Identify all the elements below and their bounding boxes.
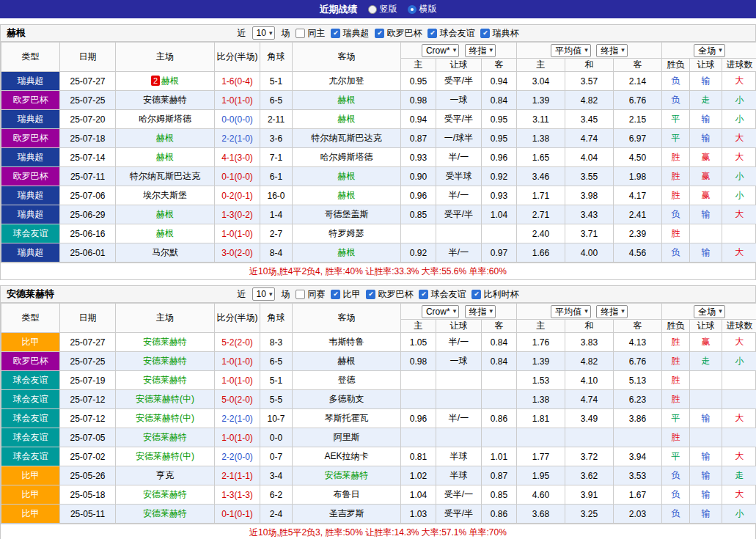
away-team[interactable]: 哈尔姆斯塔德 — [320, 152, 373, 162]
score-cell[interactable]: 1-0(1-0) — [215, 352, 260, 371]
score-cell[interactable]: 0-0(0-0) — [215, 110, 260, 129]
home-team[interactable]: 安德莱赫特 — [143, 489, 187, 499]
score-cell[interactable]: 5-0(2-0) — [215, 390, 260, 409]
score-cell[interactable]: 1-3(0-2) — [215, 205, 260, 224]
home-team[interactable]: 亨克 — [156, 470, 174, 480]
league-filter-checkbox[interactable]: 比利时杯 — [471, 288, 518, 301]
league-filter-checkbox[interactable]: 球会友谊 — [419, 288, 466, 301]
score-cell[interactable]: 0-1(0-0) — [215, 167, 260, 186]
odds-company-select[interactable]: Crow*▾ — [422, 44, 459, 57]
odds-home-cell: 0.93 — [401, 148, 436, 167]
home-team[interactable]: 赫根 — [156, 152, 174, 162]
same-filter-label: 同主 — [307, 27, 325, 40]
away-team[interactable]: 安德莱赫特 — [325, 470, 369, 480]
score-cell[interactable]: 2-2(1-0) — [215, 409, 260, 428]
score-cell[interactable]: 2-2(1-0) — [215, 129, 260, 148]
league-filter-checkbox[interactable]: 瑞典超 — [331, 27, 369, 40]
match-count-select[interactable]: 10▾ — [252, 26, 276, 40]
home-team[interactable]: 安德莱赫特 — [143, 432, 187, 442]
scope-select[interactable]: 全场▾ — [694, 44, 725, 57]
home-team[interactable]: 赫根 — [156, 209, 174, 219]
away-team[interactable]: 登德 — [338, 375, 356, 385]
away-team[interactable]: 布鲁日 — [334, 489, 360, 499]
corner-cell: 5-1 — [260, 72, 293, 91]
avg-away-cell: 3.53 — [614, 466, 662, 485]
home-team[interactable]: 安德莱赫特 — [143, 508, 187, 518]
avg-stage-select[interactable]: 终指▾ — [596, 44, 628, 57]
away-team[interactable]: 多德勒支 — [329, 394, 364, 404]
avg-home-cell — [517, 428, 565, 447]
goals-result-cell — [722, 390, 756, 409]
same-filter-checkbox[interactable]: 同赛 — [296, 288, 325, 301]
away-team[interactable]: 韦斯特鲁 — [329, 337, 364, 347]
layout-option-horizontal[interactable]: 横版 — [408, 3, 437, 15]
avg-stage-select[interactable]: 终指▾ — [596, 305, 628, 318]
match-row: 欧罗巴杯 25-07-25 安德莱赫特 1-0(1-0) 6-5 赫根 0.98… — [1, 91, 756, 110]
league-filter-checkbox[interactable]: 比甲 — [331, 288, 360, 301]
score-cell[interactable]: 1-0(1-0) — [215, 224, 260, 243]
avg-type-select[interactable]: 平均值▾ — [551, 305, 591, 318]
score-cell[interactable]: 5-2(2-0) — [215, 333, 260, 352]
home-team[interactable]: 埃尔夫斯堡 — [143, 190, 187, 200]
home-team[interactable]: 安德莱赫特(中) — [136, 451, 194, 461]
away-team[interactable]: 琴斯托霍瓦 — [325, 413, 369, 423]
score-cell[interactable]: 1-6(0-4) — [215, 72, 260, 91]
score-cell[interactable]: 1-0(1-0) — [215, 91, 260, 110]
league-filter-checkbox[interactable]: 欧罗巴杯 — [375, 27, 422, 40]
away-team[interactable]: AEK拉纳卡 — [324, 451, 368, 461]
odds-company-select[interactable]: Crow*▾ — [422, 305, 459, 318]
same-filter-checkbox[interactable]: 同主 — [296, 27, 325, 40]
home-team[interactable]: 赫根 — [156, 228, 174, 238]
away-team[interactable]: 赫根 — [338, 114, 356, 124]
home-cell: 安德莱赫特 — [116, 91, 215, 110]
score-cell[interactable]: 2-2(0-0) — [215, 447, 260, 466]
home-team[interactable]: 特尔纳瓦斯巴达克 — [130, 171, 200, 181]
filters: 近 10▾ 场 同主 瑞典超 欧罗巴杯 球会友谊 瑞典杯 — [238, 26, 519, 40]
odds-stage-select[interactable]: 终指▾ — [465, 44, 496, 57]
away-team[interactable]: 赫根 — [338, 171, 356, 181]
home-team[interactable]: 赫根 — [161, 76, 179, 86]
home-team[interactable]: 安德莱赫特 — [143, 375, 187, 385]
score-cell[interactable]: 1-0(1-0) — [215, 428, 260, 447]
avg-type-select[interactable]: 平均值▾ — [551, 44, 591, 57]
home-team[interactable]: 安德莱赫特 — [143, 95, 187, 105]
score-cell[interactable]: 1-3(1-3) — [215, 485, 260, 505]
score-cell[interactable]: 1-0(1-0) — [215, 371, 260, 390]
league-filters: 比甲 欧罗巴杯 球会友谊 比利时杯 — [331, 288, 518, 301]
league-filter-checkbox[interactable]: 欧罗巴杯 — [366, 288, 413, 301]
score-cell[interactable]: 0-1(0-1) — [215, 505, 260, 524]
odds-away-cell: 1.01 — [482, 447, 517, 466]
away-team[interactable]: 赫根 — [338, 190, 356, 200]
home-team[interactable]: 赫根 — [156, 133, 174, 143]
avg-away-cell: 6.76 — [614, 91, 662, 110]
away-team[interactable]: 赫根 — [338, 247, 356, 257]
away-team[interactable]: 特罗姆瑟 — [329, 228, 364, 238]
away-team[interactable]: 赫根 — [338, 95, 356, 105]
layout-option-vertical[interactable]: 竖版 — [368, 3, 397, 15]
home-team[interactable]: 马尔默 — [152, 247, 178, 257]
match-count-select[interactable]: 10▾ — [252, 287, 276, 301]
away-team[interactable]: 特尔纳瓦斯巴达克 — [312, 133, 382, 143]
winloss-result-cell: 负 — [662, 205, 690, 224]
away-cell: AEK拉纳卡 — [293, 447, 401, 466]
home-team[interactable]: 哈尔姆斯塔德 — [139, 114, 191, 124]
score-cell[interactable]: 3-0(2-0) — [215, 243, 260, 263]
score-cell[interactable]: 2-1(1-1) — [215, 466, 260, 485]
league-filter-checkbox[interactable]: 球会友谊 — [427, 27, 474, 40]
away-team[interactable]: 尤尔加登 — [329, 76, 364, 86]
away-team[interactable]: 圣吉罗斯 — [329, 508, 364, 518]
home-team[interactable]: 安德莱赫特(中) — [136, 413, 194, 423]
score-cell[interactable]: 4-1(3-0) — [215, 148, 260, 167]
dropdown-arrow-icon: ▾ — [621, 47, 625, 54]
odds-away-cell: 0.93 — [482, 186, 517, 205]
away-team[interactable]: 哥德堡盖斯 — [325, 209, 369, 219]
home-team[interactable]: 安德莱赫特 — [143, 356, 187, 366]
scope-select[interactable]: 全场▾ — [694, 305, 725, 318]
league-filter-checkbox[interactable]: 瑞典杯 — [480, 27, 518, 40]
away-team[interactable]: 阿里斯 — [334, 432, 360, 442]
score-cell[interactable]: 0-2(0-1) — [215, 186, 260, 205]
odds-stage-select[interactable]: 终指▾ — [465, 305, 496, 318]
away-team[interactable]: 赫根 — [338, 356, 356, 366]
home-team[interactable]: 安德莱赫特 — [143, 337, 187, 347]
home-team[interactable]: 安德莱赫特(中) — [136, 394, 194, 404]
